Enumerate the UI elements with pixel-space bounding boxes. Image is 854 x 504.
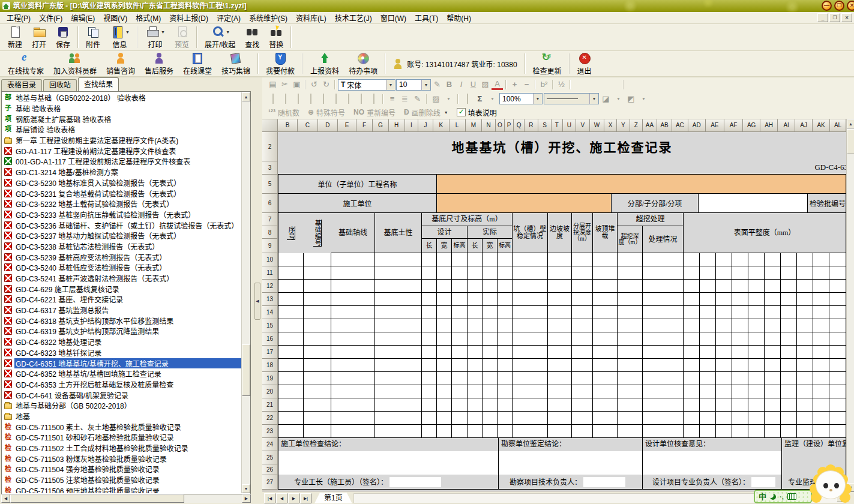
tree-item[interactable]: GD-C3-5238 基桩钻芯法检测报告（无表式） bbox=[2, 241, 241, 252]
menu-item[interactable]: 评定(A) bbox=[212, 12, 245, 23]
grid-cell[interactable] bbox=[618, 306, 643, 319]
tree-item[interactable]: 检GD-C5-711503 粉煤灰地基检验批质量验收记录 bbox=[2, 453, 241, 464]
grid-cell[interactable] bbox=[422, 266, 437, 280]
grid-cell[interactable] bbox=[375, 280, 422, 293]
grid-cell[interactable] bbox=[781, 359, 797, 372]
grid-cell[interactable] bbox=[375, 332, 422, 346]
prev-sheet-button[interactable]: ◀ bbox=[276, 493, 287, 503]
tree-item[interactable]: GD-C3-5240 基桩低应变法检测报告（无表式） bbox=[2, 262, 241, 273]
column-header[interactable]: C bbox=[298, 119, 317, 132]
grid-cell[interactable] bbox=[700, 385, 716, 398]
grid-cell[interactable] bbox=[797, 253, 813, 266]
grid-cell[interactable] bbox=[422, 332, 437, 346]
close-button[interactable]: ✕ bbox=[847, 1, 854, 11]
grid-cell[interactable] bbox=[700, 293, 716, 306]
tree-item[interactable]: GD-C4-6323 地基钎探记录 bbox=[2, 347, 241, 358]
grid-cell[interactable] bbox=[572, 280, 593, 293]
unmerge-cells-icon[interactable] bbox=[280, 93, 291, 105]
grid-cell[interactable] bbox=[513, 319, 548, 332]
grid-cell[interactable] bbox=[437, 412, 452, 425]
grid-cell[interactable] bbox=[548, 280, 572, 293]
grid-cell[interactable] bbox=[684, 306, 700, 319]
overdig-header-cell[interactable]: 超挖处理 bbox=[618, 213, 684, 226]
row-header[interactable]: 13 bbox=[262, 293, 278, 306]
grid-cell[interactable] bbox=[618, 332, 643, 346]
tree-item[interactable]: GD-C4-6351 地基基坑/基槽开挖、施工检查记录 bbox=[2, 358, 241, 368]
tree-hscroll-thumb[interactable] bbox=[10, 494, 184, 503]
grid-cell[interactable] bbox=[700, 372, 716, 385]
grid-cell[interactable] bbox=[765, 266, 781, 280]
grid-cell[interactable] bbox=[781, 412, 797, 425]
row-header[interactable]: 19 bbox=[262, 372, 278, 385]
row-header[interactable]: 9 bbox=[262, 239, 278, 253]
grid-cell[interactable] bbox=[548, 266, 572, 280]
column-header[interactable]: J bbox=[418, 119, 433, 132]
column-header[interactable]: R bbox=[525, 119, 538, 132]
grid-cell[interactable] bbox=[716, 332, 732, 346]
grid-cell[interactable] bbox=[452, 280, 468, 293]
row-header[interactable]: 26 bbox=[262, 464, 278, 475]
grid-cell[interactable] bbox=[513, 385, 548, 398]
grid-cell[interactable] bbox=[643, 306, 684, 319]
mdi-restore-button[interactable]: ❐ bbox=[829, 13, 840, 22]
grid-cell[interactable] bbox=[513, 398, 548, 412]
grid-cell[interactable] bbox=[375, 385, 422, 398]
row-header[interactable]: 25 bbox=[262, 451, 278, 464]
grid-cell[interactable] bbox=[375, 346, 422, 359]
menu-item[interactable]: 技术工艺(J) bbox=[331, 12, 376, 23]
grid-cell[interactable] bbox=[829, 319, 846, 332]
ime-language-button[interactable]: 中 bbox=[759, 491, 766, 502]
grid-cell[interactable] bbox=[781, 306, 797, 319]
grid-cell[interactable] bbox=[732, 372, 748, 385]
grid-cell[interactable] bbox=[422, 385, 437, 398]
grid-cell[interactable] bbox=[498, 280, 513, 293]
grid-cell[interactable] bbox=[700, 319, 716, 332]
expand-button[interactable]: ▼展开/收起 bbox=[200, 24, 240, 50]
grid-cell[interactable] bbox=[422, 253, 437, 266]
cut-icon[interactable]: ✂ bbox=[279, 79, 290, 91]
overdig-depth-header-cell[interactable]: 超挖深度（m） bbox=[618, 226, 643, 253]
scroll-down-icon[interactable]: ▼ bbox=[242, 484, 250, 493]
info-button[interactable]: ▼信息 bbox=[105, 24, 134, 50]
row-header[interactable]: 5 bbox=[262, 175, 278, 194]
grid-cell[interactable] bbox=[618, 372, 643, 385]
wall-stability-header-cell[interactable]: 坑（槽）壁稳定情况 bbox=[513, 213, 548, 253]
column-header[interactable]: AG bbox=[743, 119, 760, 132]
grid-cell[interactable] bbox=[513, 332, 548, 346]
insert-cell-icon[interactable] bbox=[317, 93, 329, 105]
tab-查找结果[interactable]: 查找结果 bbox=[78, 77, 119, 91]
grid-cell[interactable] bbox=[422, 319, 437, 332]
grid-cell[interactable] bbox=[331, 359, 375, 372]
grid-cell[interactable] bbox=[813, 372, 829, 385]
batch-no-label-cell[interactable]: 检验批编号 bbox=[808, 194, 846, 213]
tree-item[interactable]: GD-C4-6319 基坑支护结构顶部沉降监测结果 bbox=[2, 326, 241, 337]
grid-cell[interactable] bbox=[498, 293, 513, 306]
design-header-cell[interactable]: 设计 bbox=[422, 226, 468, 239]
random-number-button[interactable]: ¹²³随机数 bbox=[268, 107, 299, 118]
format-painter-icon[interactable]: ✎ bbox=[432, 79, 443, 91]
grid-cell[interactable] bbox=[452, 346, 468, 359]
grid-cell[interactable] bbox=[684, 346, 700, 359]
sheet-tab[interactable]: 第1页 bbox=[314, 493, 352, 503]
grid-cell[interactable] bbox=[732, 346, 748, 359]
form-title-row[interactable]: 地基基坑（槽）开挖、施工检查记录 bbox=[278, 132, 846, 161]
grid-cell[interactable] bbox=[732, 253, 748, 266]
grid-cell[interactable] bbox=[716, 280, 732, 293]
seq-header-cell[interactable]: 序号 bbox=[287, 226, 296, 240]
tree-horizontal-scrollbar[interactable]: ◀ ▶ bbox=[1, 494, 251, 503]
grid-cell[interactable] bbox=[781, 425, 797, 438]
menu-item[interactable]: 资料上报(D) bbox=[165, 12, 212, 23]
grid-cell[interactable] bbox=[700, 346, 716, 359]
grid-cell[interactable] bbox=[375, 359, 422, 372]
grid-cell[interactable] bbox=[498, 372, 513, 385]
grid-cell[interactable] bbox=[452, 332, 468, 346]
grid-cell[interactable] bbox=[331, 332, 375, 346]
grid-cell[interactable] bbox=[765, 398, 781, 412]
grid-cell[interactable] bbox=[278, 398, 304, 412]
scroll-up-icon[interactable]: ▲ bbox=[847, 119, 854, 128]
grid-cell[interactable] bbox=[278, 280, 304, 293]
grid-cell[interactable] bbox=[732, 280, 748, 293]
grid-cell[interactable] bbox=[765, 280, 781, 293]
grid-cell[interactable] bbox=[781, 332, 797, 346]
grid-cell[interactable] bbox=[304, 425, 331, 438]
